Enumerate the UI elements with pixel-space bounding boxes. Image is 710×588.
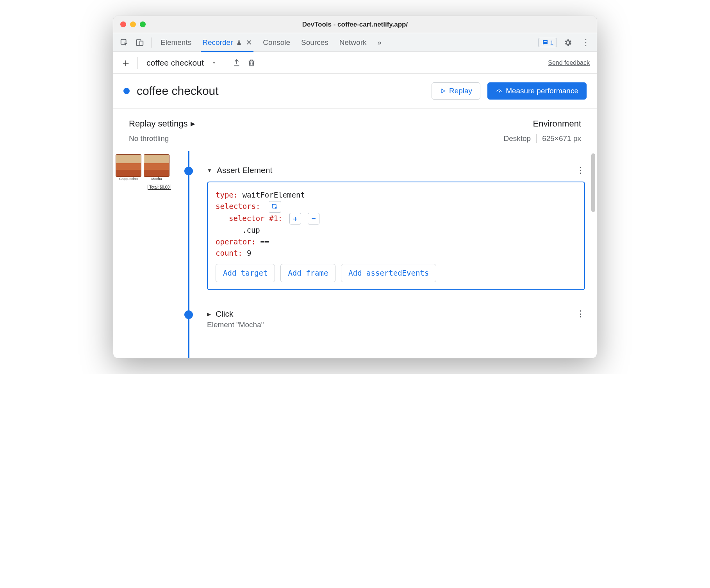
tab-elements[interactable]: Elements	[161, 33, 191, 52]
step-title: Assert Element	[217, 166, 272, 175]
thumbnail-label: Cappuccino	[116, 177, 141, 181]
operator-value[interactable]: ==	[260, 237, 269, 246]
count-value[interactable]: 9	[247, 249, 251, 257]
new-recording-button[interactable]: ＋	[120, 55, 131, 70]
tab-network[interactable]: Network	[339, 33, 367, 52]
svg-rect-2	[140, 41, 143, 45]
add-selector-button[interactable]: ＋	[289, 213, 301, 225]
selector-value[interactable]: .cup	[242, 226, 260, 234]
flask-icon	[236, 39, 242, 46]
element-picker-icon[interactable]	[269, 201, 281, 213]
add-frame-button[interactable]: Add frame	[280, 264, 335, 282]
step-editor[interactable]: type: waitForElement selectors: selector…	[207, 182, 585, 290]
export-icon[interactable]	[232, 59, 241, 67]
step-thumbnail[interactable]	[144, 154, 169, 177]
thumbnail-label: Mocha	[144, 177, 169, 181]
devtools-window: DevTools - coffee-cart.netlify.app/ Elem…	[113, 16, 597, 358]
timeline-node	[184, 167, 193, 175]
kebab-menu-icon[interactable]: ⋮	[579, 36, 593, 50]
step-thumbnail[interactable]	[116, 154, 141, 177]
tab-recorder[interactable]: Recorder ✕	[202, 33, 252, 52]
window-title: DevTools - coffee-cart.netlify.app/	[113, 21, 597, 29]
steps-area: Cappuccino Mocha Total: $0.00 ▼ Assert E…	[113, 151, 597, 358]
step-title: Click	[216, 309, 234, 319]
device-label: Desktop	[503, 134, 531, 143]
device-toolbar-icon[interactable]	[133, 36, 147, 50]
chat-icon	[542, 39, 549, 46]
gauge-icon	[496, 87, 503, 94]
tab-console[interactable]: Console	[263, 33, 290, 52]
recording-header: coffee checkout Replay Measure performan…	[113, 74, 597, 109]
recording-dropdown[interactable]: coffee checkout	[144, 58, 219, 68]
replay-settings-toggle[interactable]: Replay settings ▶	[129, 119, 195, 129]
scrollbar[interactable]	[591, 153, 595, 212]
replay-button[interactable]: Replay	[432, 82, 480, 100]
timeline-node	[184, 310, 193, 319]
chevron-down-icon	[211, 60, 217, 66]
screenshot-thumbnails: Cappuccino Mocha Total: $0.00	[113, 151, 176, 358]
settings-gear-icon[interactable]	[561, 36, 575, 50]
step-click: ▶ Click ⋮ Element "Mocha"	[176, 309, 585, 329]
window-traffic-lights	[113, 21, 146, 27]
close-tab-icon[interactable]: ✕	[246, 38, 252, 47]
zoom-window-button[interactable]	[140, 21, 146, 27]
settings-row: Replay settings ▶ No throttling Environm…	[113, 109, 597, 151]
separator	[137, 57, 138, 69]
inspect-element-icon[interactable]	[117, 36, 131, 50]
collapse-icon[interactable]: ▼	[207, 167, 212, 173]
step-kebab-menu[interactable]: ⋮	[576, 165, 585, 175]
add-asserted-events-button[interactable]: Add assertedEvents	[341, 264, 436, 282]
devtools-tabbar: Elements Recorder ✕ Console Sources Netw…	[113, 33, 597, 52]
send-feedback-link[interactable]: Send feedback	[548, 59, 590, 66]
throttling-label: No throttling	[129, 134, 195, 143]
delete-icon[interactable]	[247, 59, 256, 67]
tab-sources[interactable]: Sources	[301, 33, 328, 52]
play-icon	[440, 88, 446, 94]
recorder-toolbar: ＋ coffee checkout Send feedback	[113, 52, 597, 74]
recording-status-dot	[123, 88, 130, 94]
chevron-right-icon: ▶	[191, 120, 195, 127]
step-subtitle: Element "Mocha"	[207, 321, 585, 329]
more-tabs-button[interactable]: »	[377, 33, 382, 52]
type-value[interactable]: waitForElement	[243, 191, 305, 199]
remove-selector-button[interactable]: −	[308, 213, 319, 225]
separator	[152, 37, 152, 48]
add-target-button[interactable]: Add target	[216, 264, 275, 282]
thumbnail-total: Total: $0.00	[148, 185, 171, 190]
close-window-button[interactable]	[120, 21, 126, 27]
recording-title: coffee checkout	[137, 84, 425, 98]
titlebar: DevTools - coffee-cart.netlify.app/	[113, 16, 597, 33]
measure-performance-button[interactable]: Measure performance	[487, 82, 587, 100]
svg-point-4	[499, 92, 499, 93]
environment-label: Environment	[503, 119, 581, 129]
step-kebab-menu[interactable]: ⋮	[576, 309, 585, 319]
svg-rect-3	[544, 41, 547, 42]
issues-badge[interactable]: 1	[538, 38, 557, 47]
separator	[226, 57, 226, 69]
timeline: ▼ Assert Element ⋮ type: waitForElement …	[176, 151, 597, 358]
expand-icon[interactable]: ▶	[207, 311, 211, 317]
separator	[536, 134, 537, 143]
step-assert-element: ▼ Assert Element ⋮ type: waitForElement …	[176, 165, 585, 290]
viewport-label: 625×671 px	[542, 134, 581, 143]
minimize-window-button[interactable]	[130, 21, 136, 27]
